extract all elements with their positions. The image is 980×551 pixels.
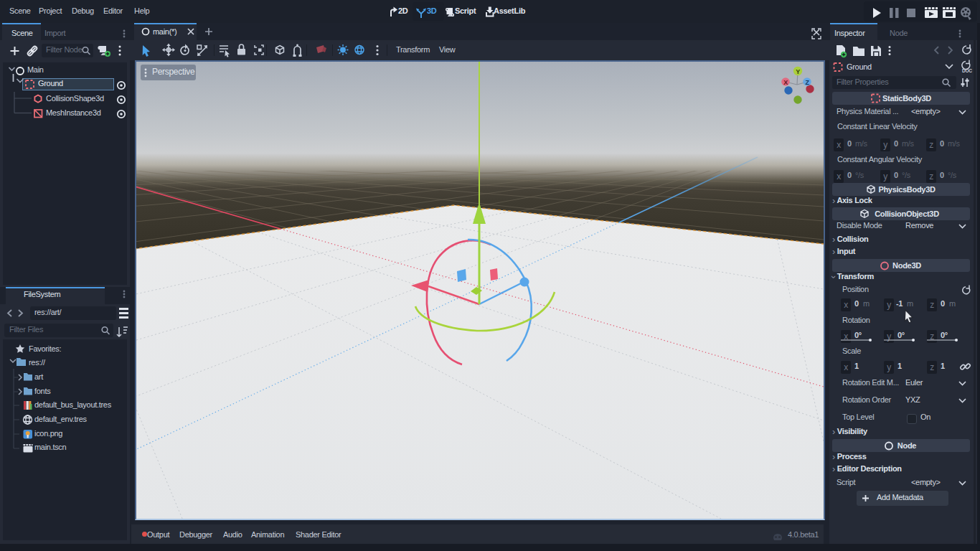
svg-text:Y: Y bbox=[796, 68, 800, 75]
svg-text:X: X bbox=[783, 79, 788, 86]
svg-text:Z: Z bbox=[805, 79, 809, 86]
svg-text:DOC: DOC bbox=[962, 68, 972, 73]
